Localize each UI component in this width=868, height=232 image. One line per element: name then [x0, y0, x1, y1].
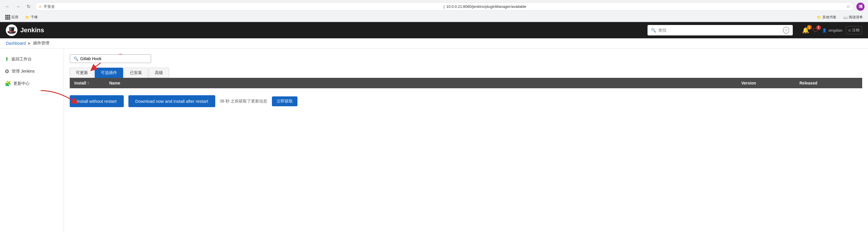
- bookmark-reading[interactable]: 📖 阅读清单: [842, 14, 865, 20]
- bookmark-other-label: 其他书签: [823, 15, 836, 20]
- jenkins-header: 🎩 Jenkins 🔍 ? 🔔 1 🛡 1 👤 xingdian ⎋ 注销: [0, 22, 868, 38]
- url-separator: |: [443, 4, 444, 9]
- back-button[interactable]: ←: [3, 3, 11, 11]
- col-name: Name: [109, 81, 741, 86]
- gear-icon: ⚙: [5, 68, 9, 75]
- bookmark-reading-icon: 📖: [843, 15, 848, 20]
- status-text: 38 秒 之前获取了更新信息: [220, 99, 267, 104]
- install-without-restart-button[interactable]: Install without restart: [70, 95, 124, 107]
- header-actions: 🔔 1 🛡 1 👤 xingdian ⎋ 注销: [802, 26, 862, 34]
- logout-label: 注销: [852, 28, 860, 33]
- download-and-install-button[interactable]: Download now and install after restart: [128, 95, 215, 107]
- bookmark-folder-icon2: 📁: [817, 15, 821, 20]
- col-released: Released: [800, 81, 858, 86]
- toolbar-right: 璃: [857, 3, 865, 11]
- content-area: 🔍 可更新 可选插件 已安装 高级 Install ↑ Name Version…: [64, 48, 868, 232]
- url-text[interactable]: 10.0.0.21:8080/jenkins/pluginManager/ava…: [446, 4, 844, 9]
- address-bar: ⚠ 不安全 | 10.0.0.21:8080/jenkins/pluginMan…: [35, 2, 854, 11]
- header-user[interactable]: 👤 xingdian: [822, 28, 842, 33]
- bookmark-qianfeng[interactable]: 📁 千锋: [24, 14, 39, 20]
- puzzle-icon: 🧩: [5, 80, 11, 87]
- plugin-tabs: 可更新 可选插件 已安装 高级: [70, 68, 862, 78]
- sidebar-item-back-label: 返回工作台: [11, 57, 32, 62]
- plugin-search-icon: 🔍: [73, 56, 79, 61]
- breadcrumb: Dashboard ▶ 插件管理: [0, 38, 868, 48]
- jenkins-logo[interactable]: 🎩 Jenkins: [6, 24, 44, 36]
- lock-icon: ⚠: [39, 5, 42, 9]
- user-icon: 👤: [822, 28, 827, 33]
- plugin-table-header: Install ↑ Name Version Released: [70, 78, 862, 88]
- tab-advanced[interactable]: 高级: [149, 68, 169, 78]
- bookmark-qianfeng-label: 千锋: [31, 15, 38, 20]
- fetch-now-button[interactable]: 立即获取: [272, 96, 298, 106]
- tab-installed[interactable]: 已安装: [124, 68, 148, 78]
- refresh-button[interactable]: ↻: [24, 3, 33, 11]
- forward-button[interactable]: →: [14, 3, 22, 11]
- bookmark-apps[interactable]: 应用: [3, 14, 20, 20]
- tab-updatable[interactable]: 可更新: [70, 68, 94, 78]
- col-install: Install ↑: [74, 81, 109, 86]
- browser-toolbar: ← → ↻ ⚠ 不安全 | 10.0.0.21:8080/jenkins/plu…: [0, 0, 868, 13]
- logout-button[interactable]: ⎋ 注销: [846, 26, 862, 34]
- col-version: Version: [741, 81, 800, 86]
- bookmark-reading-label: 阅读清单: [849, 15, 863, 20]
- search-input[interactable]: [658, 28, 781, 33]
- bookmark-other[interactable]: 📁 其他书签: [815, 14, 838, 20]
- sidebar-item-updates-label: 更新中心: [13, 81, 30, 86]
- logout-icon: ⎋: [848, 28, 851, 33]
- help-icon[interactable]: ?: [783, 27, 789, 34]
- url-prefix: 不安全: [43, 4, 442, 9]
- notifications-button[interactable]: 🔔 1: [802, 27, 809, 34]
- header-search: 🔍 ?: [648, 25, 793, 35]
- action-row: Install without restart Download now and…: [70, 91, 862, 112]
- sidebar-item-manage-label: 管理 Jenkins: [11, 69, 35, 74]
- sidebar-item-back[interactable]: ⬆ 返回工作台: [0, 53, 64, 65]
- sidebar: ⬆ 返回工作台 ⚙ 管理 Jenkins 🧩 更新中心: [0, 48, 64, 232]
- sidebar-item-manage[interactable]: ⚙ 管理 Jenkins: [0, 65, 64, 77]
- bookmark-star-icon[interactable]: ☆: [846, 4, 850, 9]
- security-button[interactable]: 🛡 1: [813, 27, 818, 34]
- jenkins-app-name: Jenkins: [20, 26, 44, 34]
- breadcrumb-current: 插件管理: [33, 41, 50, 46]
- jenkins-logo-icon: 🎩: [6, 24, 18, 36]
- action-row-container: Install without restart Download now and…: [70, 91, 862, 112]
- main-layout: ⬆ 返回工作台 ⚙ 管理 Jenkins 🧩 更新中心 🔍: [0, 48, 868, 232]
- username-label: xingdian: [829, 28, 842, 33]
- sidebar-item-updates[interactable]: 🧩 更新中心: [0, 77, 64, 90]
- apps-icon: [5, 15, 10, 20]
- plugin-search-box: 🔍: [70, 54, 151, 63]
- up-arrow-icon: ⬆: [5, 56, 9, 62]
- plugin-search-input[interactable]: [80, 56, 147, 61]
- search-icon: 🔍: [651, 28, 656, 33]
- bookmark-folder-icon: 📁: [25, 15, 30, 20]
- browser-chrome: ← → ↻ ⚠ 不安全 | 10.0.0.21:8080/jenkins/plu…: [0, 0, 868, 22]
- breadcrumb-home[interactable]: Dashboard: [6, 41, 26, 45]
- tab-available[interactable]: 可选插件: [95, 68, 123, 78]
- security-badge: 1: [816, 25, 821, 30]
- breadcrumb-separator: ▶: [28, 41, 31, 45]
- user-avatar[interactable]: 璃: [857, 3, 865, 11]
- notifications-badge: 1: [807, 25, 812, 30]
- bookmark-apps-label: 应用: [11, 15, 18, 20]
- bookmarks-bar: 应用 📁 千锋 📁 其他书签 📖 阅读清单: [0, 13, 868, 22]
